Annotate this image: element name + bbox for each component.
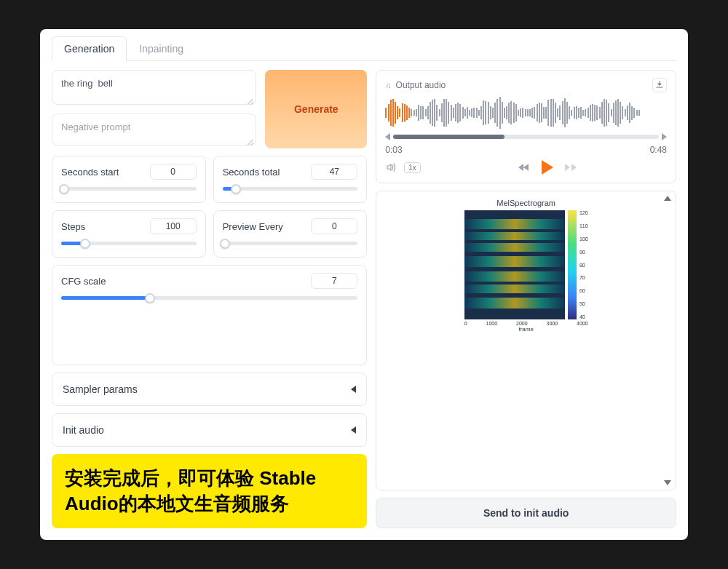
init-audio-accordion[interactable]: Init audio — [52, 413, 367, 447]
collapse-icon — [351, 386, 356, 393]
app-window: Generation Inpainting the ring bell Gene… — [40, 29, 688, 540]
preview-every-card: Preview Every — [213, 210, 368, 258]
tabs: Generation Inpainting — [52, 36, 676, 61]
callout-overlay: 安装完成后，即可体验 Stable Audio的本地文生音频服务 — [52, 454, 367, 528]
output-audio-panel: ♫ Output audio 0:03 0:48 — [376, 70, 676, 183]
seconds-total-card: Seconds total — [213, 156, 368, 203]
steps-card: Steps — [52, 210, 206, 258]
tab-generation[interactable]: Generation — [52, 36, 127, 61]
x-axis-label: frame — [464, 326, 588, 333]
speed-button[interactable]: 1x — [404, 162, 421, 173]
init-audio-label: Init audio — [63, 424, 104, 436]
resize-handle-icon[interactable] — [248, 99, 253, 105]
resize-handle-icon[interactable] — [248, 140, 253, 146]
download-icon[interactable] — [652, 78, 667, 92]
spectrogram-title: MelSpectrogram — [384, 199, 668, 207]
cfg-scale-input[interactable] — [311, 273, 357, 289]
generate-button[interactable]: Generate — [265, 70, 367, 148]
steps-input[interactable] — [150, 218, 197, 234]
preview-every-label: Preview Every — [223, 221, 283, 232]
time-current: 0:03 — [385, 145, 402, 155]
seconds-start-input[interactable] — [150, 164, 197, 180]
sampler-params-label: Sampler params — [63, 383, 138, 395]
steps-slider[interactable] — [61, 242, 197, 245]
skip-forward-icon[interactable] — [565, 162, 577, 172]
volume-icon[interactable] — [385, 162, 397, 173]
x-ticks: 01000200030004000 — [464, 321, 588, 326]
preview-every-input[interactable] — [311, 218, 357, 234]
seconds-start-slider[interactable] — [61, 187, 197, 191]
preview-every-slider[interactable] — [223, 242, 358, 245]
scroll-up-icon[interactable] — [664, 196, 671, 201]
prompt-input[interactable]: the ring bell — [52, 70, 256, 105]
play-icon[interactable] — [540, 159, 555, 175]
cfg-scale-label: CFG scale — [61, 276, 106, 287]
negative-prompt-input[interactable] — [52, 114, 256, 146]
cfg-scale-slider[interactable] — [61, 296, 357, 300]
seconds-start-card: Seconds start — [52, 156, 206, 203]
seconds-total-input[interactable] — [311, 164, 357, 180]
scroll-down-icon[interactable] — [664, 480, 671, 485]
time-total: 0:48 — [650, 145, 667, 155]
seconds-start-label: Seconds start — [61, 167, 119, 178]
cfg-scale-card: CFG scale — [52, 265, 367, 365]
tab-inpainting[interactable]: Inpainting — [127, 36, 196, 61]
seek-end-icon[interactable] — [662, 133, 667, 140]
spectrogram-panel: MelSpectrogram 120110100908070605040 010 — [376, 191, 676, 490]
sampler-params-accordion[interactable]: Sampler params — [52, 373, 367, 406]
seconds-total-label: Seconds total — [223, 167, 280, 178]
waveform[interactable] — [385, 97, 667, 129]
send-to-init-button[interactable]: Send to init audio — [376, 498, 676, 528]
music-icon: ♫ — [385, 81, 391, 89]
spectrogram-image — [464, 210, 565, 319]
seconds-total-slider[interactable] — [223, 187, 358, 191]
output-audio-label: Output audio — [396, 80, 446, 90]
skip-back-icon[interactable] — [518, 162, 530, 172]
colorbar — [568, 210, 577, 319]
seek-bar[interactable] — [393, 135, 659, 139]
collapse-icon — [351, 426, 356, 434]
colorbar-ticks: 120110100908070605040 — [579, 210, 588, 319]
seek-start-icon[interactable] — [385, 133, 390, 140]
steps-label: Steps — [61, 221, 85, 232]
